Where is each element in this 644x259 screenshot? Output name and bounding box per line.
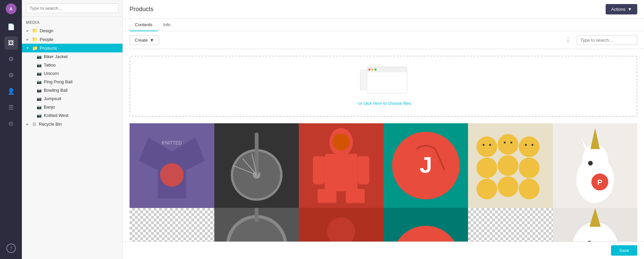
image-file-icon: 📷: [37, 113, 42, 118]
sidebar-item-people[interactable]: ► 📁 People: [22, 35, 122, 44]
image-file-icon: 📷: [37, 88, 42, 93]
main-panel: Products Actions ▼ Contents Info Create …: [123, 0, 644, 259]
svg-point-36: [510, 141, 512, 143]
svg-point-28: [498, 155, 518, 176]
search-box: [22, 0, 122, 17]
image-cell-unicorn[interactable]: P: [553, 123, 638, 208]
tabs-bar: Contents Info: [123, 19, 644, 31]
sidebar-item-knitted-west-label: Knitted West: [44, 113, 68, 118]
image-cell-ping-pong[interactable]: [468, 123, 553, 208]
actions-button[interactable]: Actions ▼: [606, 4, 637, 14]
svg-rect-18: [358, 156, 369, 184]
help-icon[interactable]: ?: [6, 244, 16, 253]
list-nav-icon[interactable]: ☰: [4, 101, 18, 114]
sidebar-item-people-label: People: [40, 37, 53, 42]
svg-text:P: P: [597, 178, 602, 186]
toolbar: Create ▼ ⋮: [123, 31, 644, 49]
image-file-icon: 📷: [37, 54, 42, 59]
svg-point-37: [525, 144, 527, 146]
sidebar-item-unicorn[interactable]: 📷 Unicorn: [34, 69, 122, 78]
sidebar-item-bowling-ball[interactable]: 📷 Bowling Ball: [34, 86, 122, 94]
tools-nav-icon[interactable]: ⚙: [4, 52, 18, 66]
image-grid: KNITTED: [123, 123, 644, 242]
svg-point-26: [519, 136, 539, 157]
sidebar-item-knitted-west[interactable]: 📷 Knitted West: [34, 111, 122, 120]
sidebar-item-banjo[interactable]: 📷 Banjo: [34, 103, 122, 111]
window-titlebar: [367, 67, 407, 72]
sidebar-item-ping-pong-ball[interactable]: 📷 Ping Pong Ball: [34, 78, 122, 86]
sidebar-item-design-label: Design: [40, 28, 53, 33]
image-cell-banjo[interactable]: [214, 123, 299, 208]
dot-green: [374, 69, 377, 71]
dot-yellow: [371, 69, 373, 71]
sidebar-item-jumpsuit-label: Jumpsuit: [44, 96, 61, 101]
image-cell-banjo-2[interactable]: [214, 208, 299, 242]
sidebar-item-tattoo-label: Tattoo: [44, 62, 56, 68]
svg-rect-15: [318, 189, 336, 203]
svg-rect-50: [255, 208, 258, 222]
image-file-icon: 📷: [37, 105, 42, 110]
image-cell-ping-pong-2[interactable]: [468, 208, 553, 242]
tab-info[interactable]: Info: [158, 19, 176, 31]
dark-sidebar: A 📄 🖼 ⚙ ⚙ 👤 ☰ ⊝ ?: [0, 0, 22, 259]
folder-icon: 📁: [32, 28, 38, 33]
create-button[interactable]: Create ▼: [130, 35, 159, 45]
image-cell-jumpsuit-2[interactable]: [299, 208, 384, 242]
svg-text:J: J: [420, 152, 432, 177]
content-area: 🖼 - or click here to choose files: [123, 49, 644, 242]
user-nav-icon[interactable]: 👤: [4, 85, 18, 98]
recycle-bin-icon: 🗑: [32, 121, 37, 127]
sidebar-item-jumpsuit[interactable]: 📷 Jumpsuit: [34, 94, 122, 103]
chevron-right-icon: ►: [26, 29, 30, 33]
content-search-input[interactable]: [577, 35, 637, 45]
sidebar-item-unicorn-label: Unicorn: [44, 71, 59, 76]
svg-point-38: [532, 144, 534, 146]
image-cell-knitted-vest-2[interactable]: [130, 208, 214, 242]
footer: Save: [123, 242, 644, 259]
image-cell-bowling-2[interactable]: J: [384, 208, 468, 242]
sidebar-item-recycle-bin-label: Recycle Bin: [39, 122, 62, 127]
document-nav-icon[interactable]: 📄: [4, 20, 18, 34]
image-cell-unicorn-2[interactable]: P: [553, 208, 638, 242]
chevron-down-icon: ▼: [628, 7, 632, 12]
svg-point-2: [160, 163, 184, 187]
sidebar-item-tattoo[interactable]: 📷 Tattoo: [34, 61, 122, 69]
actions-label: Actions: [611, 7, 625, 12]
chevron-right-icon: ►: [26, 38, 30, 41]
grid-view-button[interactable]: ⋮: [563, 35, 573, 45]
drop-zone[interactable]: 🖼 - or click here to choose files: [130, 56, 637, 117]
svg-text:KNITTED: KNITTED: [162, 140, 182, 145]
svg-point-31: [498, 176, 518, 197]
image-file-icon: 📷: [37, 96, 42, 101]
sidebar-item-products[interactable]: ▼ 📁 Products: [22, 44, 122, 52]
sidebar-item-design[interactable]: ► 📁 Design: [22, 26, 122, 35]
settings-nav-icon[interactable]: ⚙: [4, 69, 18, 82]
svg-point-24: [476, 136, 497, 157]
sidebar-item-biker-jacket-label: Biker Jacket: [44, 54, 68, 59]
folder-open-icon: 📁: [32, 45, 38, 51]
svg-point-35: [504, 141, 506, 143]
svg-rect-14: [325, 154, 358, 191]
light-sidebar: Media ► 📁 Design ► 📁 People ▼ 📁 Products…: [22, 0, 123, 259]
grid-nav-icon[interactable]: ⊝: [4, 117, 18, 130]
svg-point-19: [333, 134, 350, 150]
search-right: [577, 35, 637, 45]
media-label: Media: [22, 17, 122, 26]
image-nav-icon[interactable]: 🖼: [4, 36, 18, 50]
avatar[interactable]: A: [6, 3, 16, 14]
save-button[interactable]: Save: [611, 245, 637, 256]
sidebar-item-biker-jacket[interactable]: 📷 Biker Jacket: [34, 52, 122, 61]
image-cell-bowling-ball[interactable]: J: [384, 123, 468, 208]
sidebar-item-recycle-bin[interactable]: ► 🗑 Recycle Bin: [22, 120, 122, 128]
drop-zone-illustration: 🖼: [360, 67, 407, 97]
search-input[interactable]: [26, 3, 118, 13]
tab-contents[interactable]: Contents: [130, 19, 158, 31]
image-cell-jumpsuit[interactable]: [299, 123, 384, 208]
chevron-right-icon: ►: [26, 122, 30, 126]
sidebar-item-bowling-ball-label: Bowling Ball: [44, 88, 68, 93]
sidebar-item-products-label: Products: [40, 46, 57, 51]
svg-point-44: [588, 161, 593, 166]
image-cell-knitted-vest[interactable]: KNITTED: [130, 123, 214, 208]
image-file-icon: 📷: [37, 71, 42, 76]
choose-files-link[interactable]: - or click here to choose files: [356, 101, 411, 106]
